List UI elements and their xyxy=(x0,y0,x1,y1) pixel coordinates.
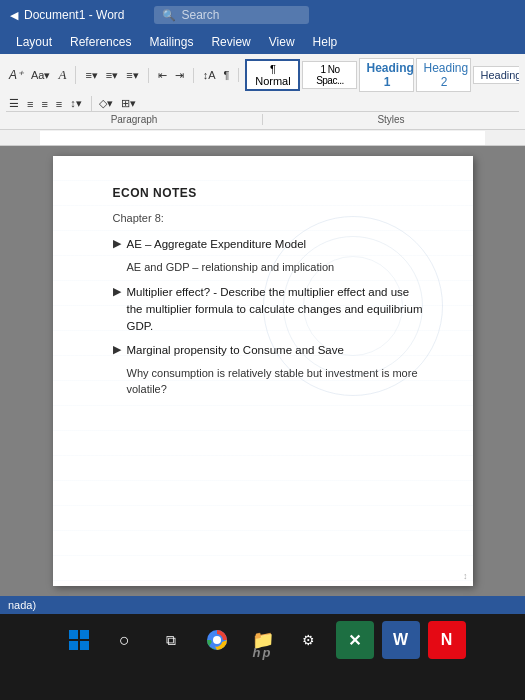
ribbon-labels: Paragraph Styles xyxy=(6,111,519,127)
menu-help[interactable]: Help xyxy=(305,33,346,51)
svg-point-5 xyxy=(213,636,221,644)
pilcrow-btn[interactable]: ¶ xyxy=(221,68,233,82)
doc-chapter: Chapter 8: xyxy=(113,212,423,224)
menu-view[interactable]: View xyxy=(261,33,303,51)
ruler-inner xyxy=(40,131,485,145)
style-normal[interactable]: ¶ Normal xyxy=(245,59,300,91)
taskbar-mixed[interactable]: ⚙ xyxy=(290,621,328,659)
document-area: ECON NOTES Chapter 8: ▶ AE – Aggregate E… xyxy=(0,146,525,596)
bullet-item-3: ▶ Marginal propensity to Consume and Sav… xyxy=(113,342,423,359)
indent-left-btn[interactable]: ⇤ xyxy=(155,68,170,83)
sort-btn[interactable]: ↕A xyxy=(200,68,219,82)
bullet-item-1: ▶ AE – Aggregate Expenditure Model xyxy=(113,236,423,253)
font-decoration-btn[interactable]: A xyxy=(55,66,69,84)
taskbar-search[interactable]: ○ xyxy=(106,621,144,659)
sub-bullet-1: AE and GDP – relationship and implicatio… xyxy=(127,259,423,276)
font-size-btn[interactable]: Aa▾ xyxy=(28,68,53,83)
taskbar-netflix[interactable]: N xyxy=(428,621,466,659)
styles-section: ¶ Normal 1 No Spac... Heading 1 Heading … xyxy=(245,58,519,92)
align-center-btn[interactable]: ≡ xyxy=(24,97,36,111)
menu-references[interactable]: References xyxy=(62,33,139,51)
title-bar: ◀ Document1 - Word 🔍 xyxy=(0,0,525,30)
font-style-btn[interactable]: A⁺ xyxy=(6,67,26,83)
menu-mailings[interactable]: Mailings xyxy=(141,33,201,51)
app-title: Document1 - Word xyxy=(24,8,124,22)
ribbon: A⁺ Aa▾ A ≡▾ ≡▾ ≡▾ ⇤ ⇥ ↕A ¶ ¶ Normal 1 No… xyxy=(0,54,525,130)
ruler xyxy=(0,130,525,146)
search-input[interactable] xyxy=(181,8,301,22)
ribbon-bottom: ☰ ≡ ≡ ≡ ↕▾ ◇▾ ⊞▾ xyxy=(6,95,519,111)
style-nospace[interactable]: 1 No Spac... xyxy=(302,61,357,89)
hp-logo: hp xyxy=(253,645,273,660)
search-box[interactable]: 🔍 xyxy=(154,6,309,24)
numbering-btn[interactable]: ≡▾ xyxy=(103,68,121,83)
menu-layout[interactable]: Layout xyxy=(8,33,60,51)
sort-group: ↕A ¶ xyxy=(200,68,240,82)
ribbon-top: A⁺ Aa▾ A ≡▾ ≡▾ ≡▾ ⇤ ⇥ ↕A ¶ ¶ Normal 1 No… xyxy=(6,58,519,95)
align-justify-btn[interactable]: ≡ xyxy=(53,97,65,111)
sub-bullet-3: Why consumption is relatively stable but… xyxy=(127,365,423,398)
borders-btn[interactable]: ⊞▾ xyxy=(118,96,139,111)
bullet-item-2: ▶ Multiplier effect? - Describe the mult… xyxy=(113,284,423,336)
indent-group: ⇤ ⇥ xyxy=(155,68,194,83)
status-bar: nada) xyxy=(0,596,525,614)
align-right-btn[interactable]: ≡ xyxy=(38,97,50,111)
title-bar-left: ◀ Document1 - Word xyxy=(10,8,124,22)
bullet-text-3: Marginal propensity to Consume and Save xyxy=(127,342,344,359)
shading-btn[interactable]: ◇▾ xyxy=(96,96,116,111)
bullet-text-1: AE – Aggregate Expenditure Model xyxy=(127,236,307,253)
paragraph-label: Paragraph xyxy=(6,114,263,125)
bullet-arrow-3: ▶ xyxy=(113,343,121,356)
menu-bar: Layout References Mailings Review View H… xyxy=(0,30,525,54)
svg-rect-3 xyxy=(80,641,89,650)
search-icon: 🔍 xyxy=(162,9,176,22)
indent-right-btn[interactable]: ⇥ xyxy=(172,68,187,83)
style-heading[interactable]: Heading xyxy=(473,66,519,84)
taskbar-windows[interactable] xyxy=(60,621,98,659)
bullet-arrow-2: ▶ xyxy=(113,285,121,298)
taskbar-taskview[interactable]: ⧉ xyxy=(152,621,190,659)
bullets-btn[interactable]: ≡▾ xyxy=(82,68,100,83)
word-back-icon: ◀ xyxy=(10,9,18,22)
taskbar-excel[interactable]: ✕ xyxy=(336,621,374,659)
style-heading1[interactable]: Heading 1 xyxy=(359,58,414,92)
list-group: ≡▾ ≡▾ ≡▾ xyxy=(82,68,148,83)
doc-title: ECON NOTES xyxy=(113,186,423,200)
font-group: A⁺ Aa▾ A xyxy=(6,66,76,84)
svg-rect-1 xyxy=(80,630,89,639)
taskbar-chrome[interactable] xyxy=(198,621,236,659)
bullet-text-2: Multiplier effect? - Describe the multip… xyxy=(127,284,423,336)
multilevel-btn[interactable]: ≡▾ xyxy=(123,68,141,83)
taskbar-word[interactable]: W xyxy=(382,621,420,659)
style-heading2[interactable]: Heading 2 xyxy=(416,58,471,92)
status-language: nada) xyxy=(8,599,36,611)
line-spacing-btn[interactable]: ↕▾ xyxy=(67,96,85,111)
menu-review[interactable]: Review xyxy=(203,33,258,51)
align-left-btn[interactable]: ☰ xyxy=(6,96,22,111)
styles-label: Styles xyxy=(263,114,519,125)
doc-page[interactable]: ECON NOTES Chapter 8: ▶ AE – Aggregate E… xyxy=(53,156,473,586)
scroll-indicator: ↕ xyxy=(463,571,468,581)
taskbar: ○ ⧉ 📁 ⚙ ✕ W N hp xyxy=(0,614,525,666)
svg-rect-0 xyxy=(69,630,78,639)
svg-rect-2 xyxy=(69,641,78,650)
bullet-arrow-1: ▶ xyxy=(113,237,121,250)
